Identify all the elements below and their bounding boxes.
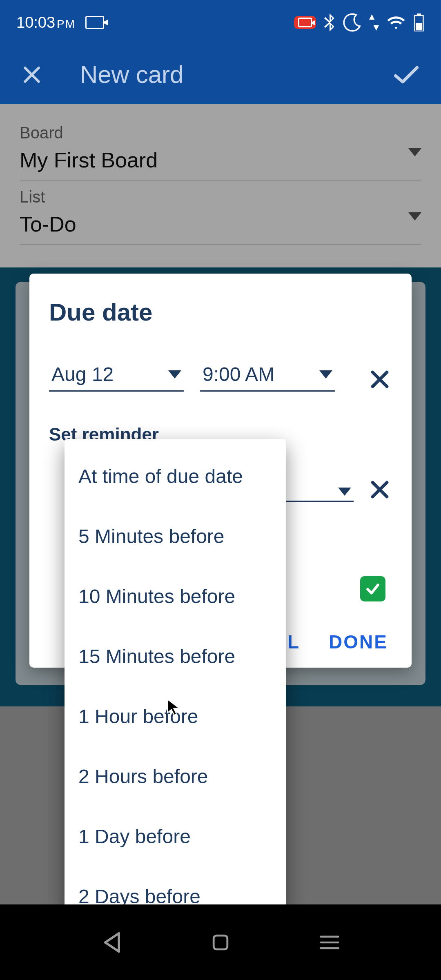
close-button[interactable] [20,63,43,86]
chevron-down-icon [338,488,351,496]
time-value: 9:00 AM [203,363,274,385]
reminder-option[interactable]: 2 Hours before [65,746,286,806]
bluetooth-icon [323,13,336,31]
time-field[interactable]: 9:00 AM [200,363,335,392]
data-sync-icon [369,14,379,31]
status-time: 10:03PM [16,14,76,31]
confirm-button[interactable] [392,60,421,89]
nav-back-button[interactable] [95,926,128,959]
nav-home-button[interactable] [204,926,237,959]
screen-record-icon [294,16,316,29]
date-field[interactable]: Aug 12 [49,363,184,392]
chevron-down-icon [319,370,332,379]
reminder-option[interactable]: At time of due date [65,446,286,506]
reminder-option[interactable]: 10 Minutes before [65,566,286,626]
moon-icon [343,13,362,32]
page-title: New card [80,60,392,89]
battery-icon [413,13,425,31]
status-bar: 10:03PM [0,0,441,45]
members-checkbox[interactable] [360,576,385,601]
reminder-option[interactable]: 5 Minutes before [65,506,286,566]
chevron-down-icon [168,370,181,379]
svg-rect-3 [214,935,227,949]
clear-datetime-button[interactable] [368,367,392,392]
screen: Board My First Board List To-Do 10:03PM [0,0,441,980]
status-left: 10:03PM [16,14,104,31]
dialog-title: Due date [49,298,392,326]
reminder-option[interactable]: 1 Day before [65,806,286,866]
done-button[interactable]: DONE [329,631,388,653]
svg-rect-2 [416,23,422,30]
status-right [294,13,425,32]
app-bar: New card [0,45,441,104]
nav-bar [0,904,441,980]
date-value: Aug 12 [51,363,114,385]
clear-reminder-button[interactable] [368,477,392,502]
wifi-icon [386,15,406,30]
nav-recents-button[interactable] [313,926,346,959]
reminder-option[interactable]: 15 Minutes before [65,626,286,686]
camera-icon [85,16,104,29]
datetime-row: Aug 12 9:00 AM [49,363,392,392]
reminder-option[interactable]: 1 Hour before [65,686,286,746]
reminder-menu: At time of due date 5 Minutes before 10 … [65,439,286,943]
